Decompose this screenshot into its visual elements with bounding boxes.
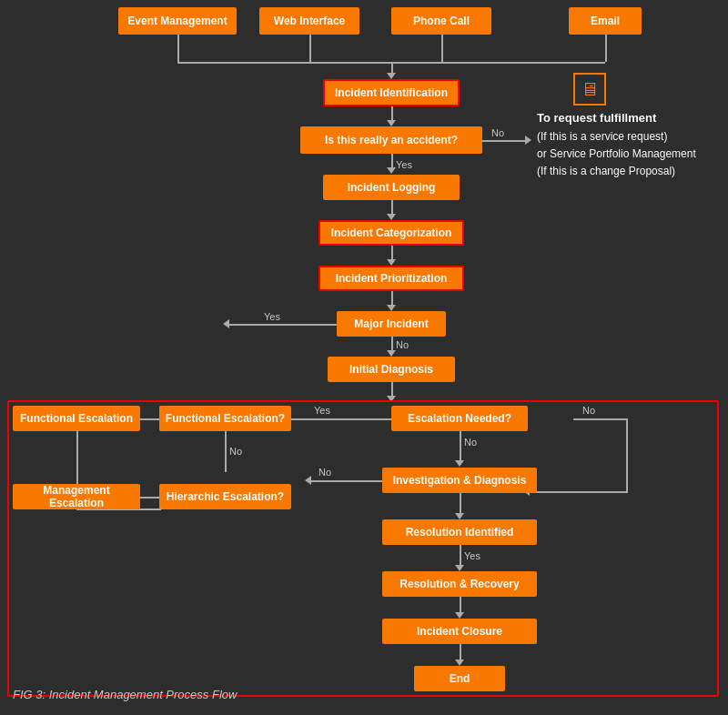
yes-label-3: Yes — [314, 405, 330, 416]
management-escalation-box: Management Escalation — [13, 484, 140, 509]
functional-escalation-box: Functional Escalation — [13, 406, 140, 431]
event-management-box: Event Management — [118, 7, 237, 35]
no-label-3: No — [464, 437, 477, 448]
no-label-2: No — [396, 339, 409, 350]
yes-label-6: Yes — [464, 550, 480, 561]
phone-call-box: Phone Call — [391, 7, 491, 35]
incident-closure-box: Incident Closure — [382, 619, 537, 644]
incident-categorization-box: Incident Categorization — [318, 220, 464, 246]
web-interface-box: Web Interface — [259, 7, 359, 35]
fig-label: FIG 3: Incident Management Process Flow — [13, 688, 237, 701]
hierarchic-escalation-box: Hierarchic Escalation? — [159, 484, 291, 509]
yes-label-1: Yes — [396, 159, 412, 170]
incident-identification-box: Incident Identification — [323, 79, 460, 106]
escalation-needed-box: Escalation Needed? — [391, 406, 528, 431]
major-incident-box: Major Incident — [337, 311, 446, 337]
functional-escalation-q-box: Functional Escalation? — [159, 406, 291, 431]
investigation-diagnosis-box: Investigation & Diagnosis — [382, 468, 537, 493]
initial-diagnosis-box: Initial Diagnosis — [328, 357, 455, 382]
resolution-recovery-box: Resolution & Recovery — [382, 571, 537, 597]
email-box: Email — [569, 7, 642, 35]
incident-prioritization-box: Incident Prioritization — [318, 266, 464, 291]
no-label-loop: No — [582, 405, 595, 416]
no-label-4: No — [229, 446, 242, 457]
is-accident-box: Is this really an accident? — [300, 126, 482, 154]
no-label-1: No — [491, 127, 504, 138]
icon-box: 🖥 — [573, 73, 606, 106]
resolution-identified-box: Resolution Identified — [382, 519, 537, 545]
yes-label-2: Yes — [264, 311, 280, 322]
end-box: End — [414, 666, 505, 691]
no-label-5: No — [318, 467, 331, 478]
incident-logging-box: Incident Logging — [323, 175, 460, 200]
flowchart: Event Management Web Interface Phone Cal… — [0, 0, 728, 715]
escalation-section — [7, 400, 719, 697]
info-text: To request fulfillment (If this is a ser… — [537, 109, 710, 180]
